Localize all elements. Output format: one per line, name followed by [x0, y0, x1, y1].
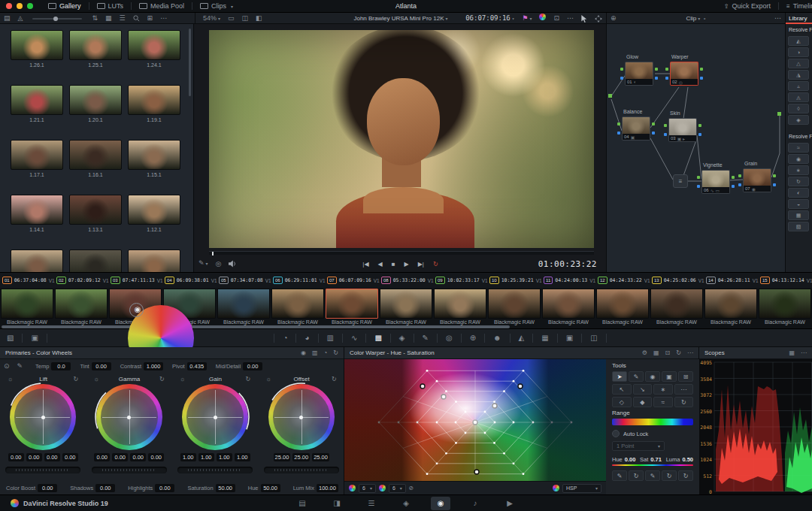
- still-thumbnail[interactable]: [11, 140, 63, 170]
- page-color-icon[interactable]: ◉: [431, 497, 450, 510]
- gallery-still[interactable]: 1.19.1: [125, 85, 183, 122]
- stop-icon[interactable]: ■: [392, 261, 395, 268]
- still-thumbnail[interactable]: [69, 30, 122, 60]
- timeline-button[interactable]: ≡ Timeline: [779, 0, 812, 13]
- list-view-icon[interactable]: ☰: [116, 13, 129, 24]
- still-thumbnail[interactable]: [128, 85, 180, 115]
- wheel-value[interactable]: 0.00: [26, 453, 42, 461]
- play-icon[interactable]: ▶: [404, 261, 409, 268]
- resolvefx-icon[interactable]: ▦: [788, 210, 809, 220]
- tracker-icon[interactable]: ⊕: [463, 334, 483, 342]
- color-match-icon[interactable]: ▣: [24, 334, 44, 342]
- resolvefx-icon[interactable]: ◐: [788, 188, 809, 198]
- master-wheel[interactable]: [177, 467, 253, 473]
- close-window-icon[interactable]: [6, 3, 12, 9]
- primaries-bars-icon[interactable]: ◔: [276, 334, 294, 342]
- sort-icon[interactable]: ⇅: [88, 13, 102, 24]
- timeline-clip-header[interactable]: 02 07:02:09:12 V1: [54, 273, 108, 288]
- adjust-value[interactable]: 0.00: [95, 484, 115, 492]
- timeline-clip-header[interactable]: 06 06:29:11:01 V1: [271, 273, 325, 288]
- edit-hue-icon[interactable]: ✎: [612, 470, 627, 481]
- picker-icon[interactable]: ✎: [14, 361, 27, 372]
- resolvefx-icon[interactable]: ≈: [788, 143, 809, 153]
- warper-mesh-icon[interactable]: ▦: [653, 349, 659, 356]
- gallery-still[interactable]: 1.17.1: [8, 140, 66, 177]
- fullscreen-icon[interactable]: ⊡: [550, 13, 563, 24]
- timeline-clip[interactable]: Blackmagic RAW: [758, 288, 812, 328]
- master-wheel[interactable]: [264, 467, 339, 473]
- node-glow[interactable]: Glow 01◐: [625, 62, 653, 86]
- wheel-value[interactable]: 25.00: [312, 453, 329, 461]
- resolvefx-icon[interactable]: ◬: [788, 92, 809, 102]
- color-warper-icon[interactable]: ▩: [368, 334, 388, 342]
- master-wheel[interactable]: [92, 467, 167, 473]
- quick-export-button[interactable]: ⇪ Quick Export: [717, 0, 778, 13]
- scopes-layout-icon[interactable]: ▦: [789, 349, 795, 356]
- gallery-still[interactable]: 1.14.1: [8, 195, 66, 232]
- warper-more-icon[interactable]: ⋯: [687, 349, 693, 356]
- expand-icon[interactable]: ⊞: [144, 13, 157, 24]
- menubar-gallery-button[interactable]: Gallery: [41, 0, 89, 13]
- viewer-more-icon[interactable]: ⋯: [563, 13, 577, 24]
- wheel-value[interactable]: 0.00: [112, 453, 128, 461]
- reset-all-icon[interactable]: ↻: [678, 470, 693, 481]
- page-fairlight-icon[interactable]: ♪: [465, 497, 485, 510]
- enhanced-viewer-icon[interactable]: ◧: [252, 13, 266, 24]
- adjust-value[interactable]: 50.00: [261, 484, 280, 492]
- rgb-mixer-icon[interactable]: ▥: [320, 334, 341, 342]
- timeline-clip-header[interactable]: 11 04:24:00:13 V1: [541, 273, 595, 288]
- camera-raw-icon[interactable]: ▧: [0, 334, 20, 342]
- range-gradient[interactable]: [612, 419, 693, 425]
- timeline-clip[interactable]: Blackmagic RAW: [433, 288, 487, 328]
- menubar-clips-button[interactable]: Clips▾: [192, 0, 241, 13]
- reset-tool-icon[interactable]: ↻: [674, 397, 694, 407]
- resolvefx-icon[interactable]: ∗: [788, 165, 809, 175]
- timelines-icon[interactable]: ◬: [14, 13, 27, 24]
- timeline-clip-header[interactable]: 03 07:47:11:13 V1: [108, 273, 162, 288]
- param-value[interactable]: 0.0: [51, 362, 71, 370]
- reset-primaries-icon[interactable]: ↻: [333, 349, 338, 356]
- resolvefx-icon[interactable]: ◭: [788, 36, 809, 46]
- gallery-still[interactable]: 1.16.1: [66, 140, 125, 177]
- expand-tool-icon[interactable]: ⊞: [678, 371, 693, 382]
- page-cut-icon[interactable]: ◨: [327, 497, 347, 510]
- wheel-value[interactable]: 1.00: [217, 453, 232, 461]
- page-edit-icon[interactable]: ☰: [362, 497, 381, 510]
- timeline-clip-header[interactable]: 04 06:09:38:01 V1: [162, 273, 217, 288]
- still-thumbnail[interactable]: [11, 30, 63, 60]
- blur-icon[interactable]: ◭: [512, 334, 532, 342]
- wheel-value[interactable]: 0.00: [148, 453, 164, 461]
- wheel-value[interactable]: 0.00: [8, 453, 24, 461]
- skip-end-icon[interactable]: ▶|: [418, 261, 424, 268]
- adjust-value[interactable]: 0.00: [155, 484, 174, 492]
- viewer-jog-bar[interactable]: [209, 251, 594, 255]
- link-icon[interactable]: ⊘: [409, 485, 414, 491]
- still-thumbnail[interactable]: [128, 195, 180, 225]
- curves-icon[interactable]: ∿: [344, 334, 364, 342]
- timeline-clip[interactable]: Blackmagic RAW: [595, 288, 650, 328]
- stills-icon[interactable]: ▤: [0, 13, 14, 24]
- resolvefx-icon[interactable]: ▧: [788, 222, 809, 231]
- draw-tool-icon[interactable]: ✎: [629, 371, 644, 382]
- still-thumbnail[interactable]: [128, 30, 180, 60]
- wheel-value[interactable]: 1.00: [235, 453, 250, 461]
- still-thumbnail[interactable]: [128, 140, 180, 170]
- step-back-icon[interactable]: ◀: [378, 261, 383, 268]
- resolvefx-icon[interactable]: ◮: [788, 70, 809, 80]
- hand-icon[interactable]: [591, 15, 606, 23]
- menubar-media-pool-button[interactable]: Media Pool: [132, 0, 192, 13]
- wheel-ring[interactable]: [10, 384, 76, 450]
- gallery-still[interactable]: 1.21.1: [8, 85, 66, 122]
- flag-icon[interactable]: ⚑▾: [518, 13, 535, 25]
- timeline-clip[interactable]: Blackmagic RAW: [650, 288, 704, 328]
- stereo-3d-icon[interactable]: ◫: [583, 334, 604, 342]
- timeline-clip[interactable]: Blackmagic RAW: [487, 288, 541, 328]
- gallery-still[interactable]: 1.25.1: [66, 30, 125, 68]
- gallery-still[interactable]: 1.12.1: [125, 195, 183, 232]
- node-skin[interactable]: Skin 03▣ ▸: [668, 118, 697, 142]
- select-hue-icon[interactable]: ◇: [612, 397, 632, 407]
- power-window-icon[interactable]: ◎: [439, 334, 459, 342]
- timeline-clip-header[interactable]: 01 06:37:04:08 V1: [0, 273, 54, 288]
- wheel-value[interactable]: 0.00: [62, 453, 78, 461]
- wheel-value[interactable]: 0.00: [130, 453, 146, 461]
